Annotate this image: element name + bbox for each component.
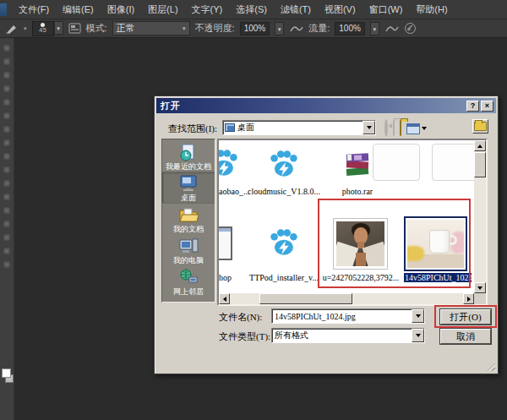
- tool-icon[interactable]: [3, 112, 10, 119]
- place-recent-documents[interactable]: 我最近的文档: [162, 141, 215, 172]
- menu-filter[interactable]: 滤镜(T): [274, 0, 318, 19]
- annotation-rect-photos: [318, 199, 471, 288]
- file-name-combo[interactable]: 14v58PIChUt_1024.jpg: [271, 308, 425, 324]
- look-in-label: 查找范围(I):: [168, 123, 217, 135]
- open-dialog: 打开 ? × 查找范围(I): 桌面 我最近的文档: [154, 95, 499, 374]
- menu-image[interactable]: 图像(I): [101, 0, 141, 19]
- cancel-button[interactable]: 取消: [440, 329, 491, 344]
- airbrush-opacity-icon[interactable]: [289, 23, 303, 34]
- annotation-rect-open-button: [434, 305, 497, 328]
- menu-edit[interactable]: 编辑(E): [56, 0, 101, 19]
- file-item-blank[interactable]: [373, 144, 420, 181]
- menu-window[interactable]: 窗口(W): [363, 0, 410, 19]
- brush-panel-toggle-icon[interactable]: [68, 23, 81, 34]
- menu-layer[interactable]: 图层(L): [141, 0, 184, 19]
- brush-size: 45: [39, 27, 46, 34]
- tool-icon[interactable]: [3, 72, 10, 79]
- tool-icon[interactable]: [3, 85, 10, 92]
- scroll-right-icon[interactable]: [463, 293, 474, 304]
- scroll-left-icon[interactable]: [219, 293, 230, 304]
- opacity-caret-icon[interactable]: ▾: [275, 22, 284, 35]
- look-in-combo[interactable]: 桌面: [222, 120, 376, 135]
- tool-icon[interactable]: [3, 234, 10, 241]
- scrollbar-corner: [474, 293, 486, 304]
- smoothing-icon[interactable]: [404, 22, 417, 35]
- opacity-value[interactable]: 100%: [240, 22, 270, 35]
- file-item-partial[interactable]: [219, 144, 243, 181]
- folder-options-button[interactable]: [472, 119, 488, 134]
- file-type-combo[interactable]: 所有格式: [271, 328, 425, 343]
- scroll-up-icon[interactable]: [474, 140, 486, 151]
- brush-preset-picker[interactable]: 45 ▾: [32, 21, 63, 36]
- new-folder-icon[interactable]: [400, 121, 401, 136]
- tool-icon[interactable]: [3, 207, 10, 214]
- menu-select[interactable]: 选择(S): [229, 0, 274, 19]
- flow-value[interactable]: 100%: [335, 22, 365, 35]
- tool-icon[interactable]: [3, 139, 10, 146]
- tool-icon[interactable]: [3, 180, 10, 187]
- place-desktop[interactable]: 桌面: [162, 172, 215, 204]
- view-menu-icon[interactable]: [406, 123, 427, 134]
- tool-icon[interactable]: [3, 194, 10, 200]
- file-name-value: 14v58PIChUt_1024.jpg: [272, 312, 412, 321]
- dialog-titlebar[interactable]: 打开 ? ×: [156, 98, 496, 113]
- file-item-partial-window[interactable]: [219, 226, 232, 260]
- close-button[interactable]: ×: [481, 101, 493, 112]
- network-places-icon: [178, 268, 199, 286]
- tool-icon[interactable]: [3, 45, 10, 52]
- file-list-items: aobao_... cloudmusic_V1.8.0...: [219, 140, 474, 293]
- menu-view[interactable]: 视图(V): [318, 0, 363, 19]
- rar-archive-icon: [343, 150, 372, 178]
- file-item-ttpod[interactable]: [267, 223, 301, 260]
- app-paw-icon: [268, 226, 300, 258]
- tool-icon[interactable]: [3, 126, 10, 133]
- look-in-caret-button[interactable]: [363, 121, 375, 134]
- file-list: aobao_... cloudmusic_V1.8.0...: [217, 139, 488, 306]
- my-computer-icon: [178, 237, 199, 255]
- resize-grip-icon[interactable]: [485, 361, 495, 371]
- file-item-blank[interactable]: [432, 144, 474, 181]
- horizontal-scroll-thumb[interactable]: [259, 293, 352, 304]
- look-in-value: 桌面: [235, 122, 363, 134]
- menu-file[interactable]: 文件(F): [12, 0, 56, 19]
- scroll-down-icon[interactable]: [474, 282, 486, 293]
- app-paw-icon: [268, 147, 300, 179]
- tool-icon[interactable]: [3, 221, 10, 227]
- file-type-value: 所有格式: [272, 330, 412, 341]
- file-name-caret-button[interactable]: [412, 309, 424, 323]
- vertical-scroll-thumb[interactable]: [474, 152, 486, 177]
- file-item-photo-rar[interactable]: [342, 147, 373, 181]
- place-my-documents[interactable]: 我的文档: [162, 204, 215, 235]
- menu-type[interactable]: 文字(Y): [185, 0, 230, 19]
- foreground-color-swatch[interactable]: [2, 368, 11, 378]
- tool-icon[interactable]: [3, 153, 10, 160]
- vertical-scrollbar[interactable]: [474, 140, 486, 304]
- brush-preset-caret-icon[interactable]: ▾: [54, 21, 63, 35]
- flow-caret-icon[interactable]: ▾: [370, 22, 379, 35]
- file-label[interactable]: cloudmusic_V1.8.0...: [241, 187, 327, 196]
- file-label[interactable]: photo.rar: [332, 187, 383, 196]
- app-icon: [0, 3, 7, 16]
- file-item-cloudmusic[interactable]: [267, 145, 301, 182]
- mode-select[interactable]: 正常 ▾: [112, 21, 190, 35]
- airbrush-toggle-icon[interactable]: [384, 23, 399, 34]
- menu-help[interactable]: 帮助(H): [409, 0, 454, 19]
- places-bar: 我最近的文档 桌面 我的文档: [161, 139, 215, 303]
- tools-panel: [0, 38, 14, 420]
- tool-icon[interactable]: [3, 166, 10, 173]
- brush-tool-icon[interactable]: [5, 23, 19, 35]
- file-type-caret-button[interactable]: [412, 329, 424, 342]
- tool-icon[interactable]: [3, 99, 10, 106]
- back-icon[interactable]: [384, 121, 388, 136]
- tool-icon[interactable]: [3, 58, 10, 65]
- place-my-computer[interactable]: 我的电脑: [162, 235, 215, 266]
- help-button[interactable]: ?: [466, 101, 479, 112]
- place-network[interactable]: 网上邻居: [162, 266, 215, 297]
- tool-icon[interactable]: [3, 248, 10, 254]
- file-label[interactable]: TTPod_installer_v...: [241, 273, 327, 282]
- horizontal-scrollbar[interactable]: [219, 293, 474, 304]
- tool-icon[interactable]: [3, 261, 10, 268]
- app-paw-icon: [219, 146, 240, 178]
- brush-tool-caret-icon[interactable]: ▾: [24, 25, 27, 32]
- up-one-level-icon[interactable]: [393, 121, 395, 136]
